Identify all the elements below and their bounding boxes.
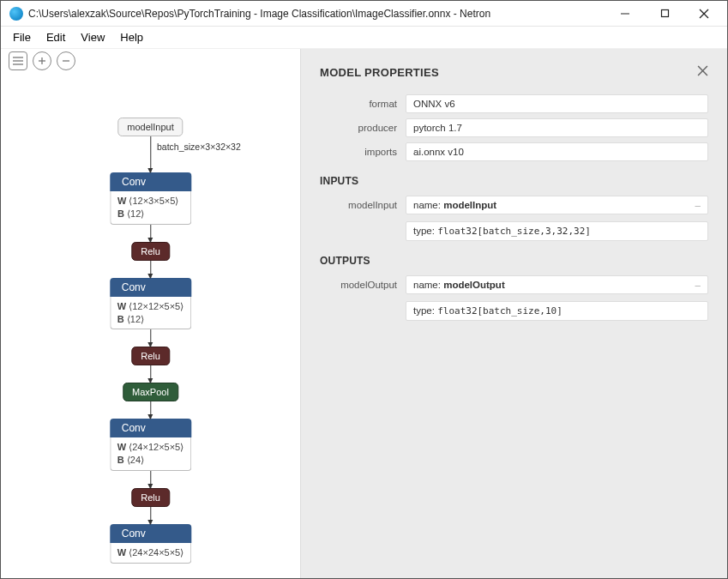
- menu-help[interactable]: Help: [113, 29, 150, 45]
- model-graph: modelInput batch_size×3×32×32 Conv W ⟨12…: [110, 118, 191, 564]
- svg-rect-1: [661, 10, 668, 17]
- graph-canvas[interactable]: modelInput batch_size×3×32×32 Conv W ⟨12…: [1, 49, 300, 578]
- node-conv-4[interactable]: Conv W ⟨24×24×5×5⟩: [110, 524, 191, 564]
- node-conv-1-params: W ⟨12×3×5×5⟩ B ⟨12⟩: [110, 191, 191, 225]
- menu-view[interactable]: View: [74, 29, 111, 45]
- menu-file[interactable]: File: [6, 29, 38, 45]
- properties-panel: MODEL PROPERTIES format ONNX v6 producer…: [300, 49, 727, 578]
- minimize-button[interactable]: [605, 1, 645, 27]
- output-model-output: modelOutput name: modelOutput– type: flo…: [320, 275, 708, 321]
- panel-close-button[interactable]: [697, 64, 708, 80]
- output-label: modelOutput: [320, 275, 397, 290]
- menu-edit[interactable]: Edit: [39, 29, 72, 45]
- sidebar-toggle-button[interactable]: [9, 51, 27, 70]
- zoom-in-button[interactable]: [33, 51, 51, 70]
- inputs-section-title: INPUTS: [320, 175, 708, 187]
- property-label: format: [320, 94, 397, 109]
- output-type-value[interactable]: type: float32[batch_size,10]: [406, 301, 708, 321]
- property-label: producer: [320, 118, 397, 133]
- node-conv-4-params: W ⟨24×24×5×5⟩: [110, 543, 191, 564]
- property-producer: producer pytorch 1.7: [320, 118, 708, 137]
- property-imports: imports ai.onnx v10: [320, 142, 708, 161]
- node-conv-1[interactable]: Conv W ⟨12×3×5×5⟩ B ⟨12⟩: [110, 172, 191, 225]
- property-value[interactable]: pytorch 1.7: [406, 118, 708, 137]
- input-type-value[interactable]: type: float32[batch_size,3,32,32]: [406, 221, 708, 241]
- output-name-value[interactable]: name: modelOutput–: [406, 275, 708, 294]
- maximize-button[interactable]: [645, 1, 684, 27]
- collapse-icon[interactable]: –: [695, 200, 701, 210]
- graph-edge: [150, 261, 151, 278]
- graph-edge: [150, 471, 151, 488]
- app-icon: [9, 7, 23, 21]
- titlebar: C:\Users\alexzak\Source\Repos\PyTorchTra…: [1, 1, 727, 27]
- node-conv-2[interactable]: Conv W ⟨12×12×5×5⟩ B ⟨12⟩: [110, 278, 191, 330]
- main-content: modelInput batch_size×3×32×32 Conv W ⟨12…: [1, 49, 727, 578]
- input-model-input: modelInput name: modelInput– type: float…: [320, 196, 708, 241]
- node-conv-2-header: Conv: [110, 278, 191, 297]
- input-name-value[interactable]: name: modelInput–: [406, 196, 708, 214]
- property-label: imports: [320, 142, 397, 157]
- property-format: format ONNX v6: [320, 94, 708, 113]
- node-model-input[interactable]: modelInput: [117, 118, 183, 136]
- menubar: File Edit View Help: [1, 27, 727, 49]
- graph-edge: [150, 329, 151, 347]
- node-relu-1[interactable]: Relu: [131, 242, 170, 261]
- input-label: modelInput: [320, 196, 397, 210]
- node-conv-3-params: W ⟨24×12×5×5⟩ B ⟨24⟩: [110, 437, 191, 471]
- node-conv-4-header: Conv: [110, 524, 191, 543]
- graph-edge: [150, 401, 151, 419]
- zoom-out-button[interactable]: [57, 51, 75, 70]
- node-maxpool-1[interactable]: MaxPool: [123, 383, 178, 401]
- node-conv-2-params: W ⟨12×12×5×5⟩ B ⟨12⟩: [110, 297, 191, 330]
- property-value[interactable]: ONNX v6: [406, 94, 708, 113]
- collapse-icon[interactable]: –: [695, 280, 701, 290]
- property-value[interactable]: ai.onnx v10: [406, 142, 708, 161]
- graph-edge: batch_size×3×32×32: [150, 136, 151, 172]
- node-conv-3-header: Conv: [110, 419, 191, 437]
- graph-edge: [150, 365, 151, 383]
- panel-title: MODEL PROPERTIES: [320, 66, 708, 79]
- toolbar: [9, 51, 75, 70]
- edge-shape-label: batch_size×3×32×32: [157, 142, 241, 152]
- close-button[interactable]: [684, 1, 724, 27]
- outputs-section-title: OUTPUTS: [320, 255, 708, 267]
- node-conv-1-header: Conv: [110, 172, 191, 191]
- graph-edge: [150, 225, 151, 242]
- node-relu-2[interactable]: Relu: [131, 347, 170, 365]
- window-controls: [605, 1, 724, 27]
- window-title: C:\Users\alexzak\Source\Repos\PyTorchTra…: [28, 8, 605, 20]
- node-relu-3[interactable]: Relu: [131, 488, 170, 507]
- graph-edge: [150, 507, 151, 524]
- node-conv-3[interactable]: Conv W ⟨24×12×5×5⟩ B ⟨24⟩: [110, 419, 191, 471]
